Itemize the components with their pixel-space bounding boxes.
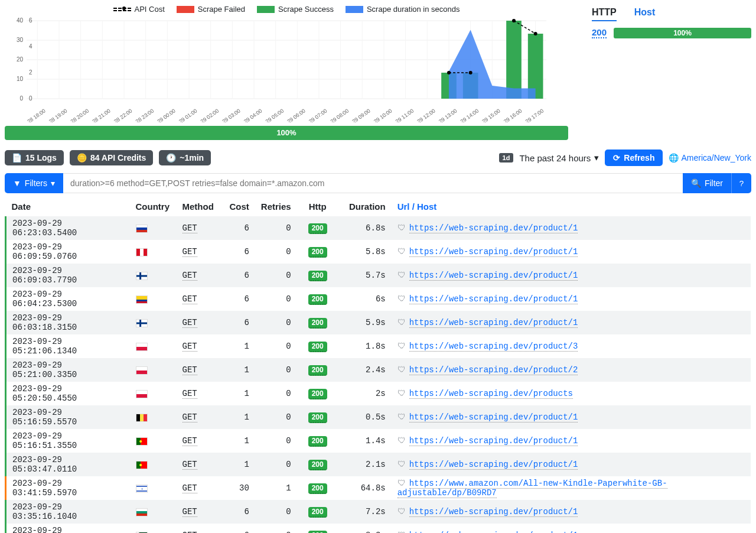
cell-date: 2023-09-29 05:20:50.4550 bbox=[6, 382, 130, 405]
cell-url: 🛡https://web-scraping.dev/product/1 bbox=[392, 524, 751, 533]
url-link[interactable]: https://web-scraping.dev/product/1 bbox=[409, 223, 578, 233]
header-url[interactable]: Url / Host bbox=[392, 197, 751, 216]
url-link[interactable]: https://web-scraping.dev/product/1 bbox=[409, 436, 578, 446]
svg-text:29 14:00: 29 14:00 bbox=[460, 108, 480, 122]
cell-http: 200 bbox=[297, 382, 338, 405]
table-row[interactable]: 2023-09-29 06:03:18.3150GET602005.9s🛡htt… bbox=[6, 311, 751, 334]
header-retries[interactable]: Retries bbox=[255, 197, 297, 216]
timezone-link[interactable]: 🌐America/New_York bbox=[669, 153, 751, 162]
coins-icon: 🪙 bbox=[77, 153, 87, 162]
table-row[interactable]: 2023-09-29 05:20:50.4550GET102002s🛡https… bbox=[6, 382, 751, 405]
svg-text:29 05:00: 29 05:00 bbox=[265, 108, 285, 122]
table-row[interactable]: 2023-09-29 03:35:16.1040GET602007.2s🛡htt… bbox=[6, 500, 751, 524]
status-percent-bar: 100% bbox=[614, 28, 751, 38]
table-row[interactable]: 2023-09-29 05:21:06.1340GET102001.8s🛡htt… bbox=[6, 334, 751, 358]
cell-country bbox=[130, 500, 177, 524]
shield-icon: 🛡 bbox=[397, 436, 406, 446]
cell-retries: 0 bbox=[255, 500, 297, 524]
cell-cost: 6 bbox=[220, 264, 255, 287]
url-link[interactable]: https://web-scraping.dev/product/1 bbox=[409, 460, 578, 470]
filter-button[interactable]: 🔍Filter bbox=[683, 173, 731, 193]
shield-icon: 🛡 bbox=[397, 531, 406, 533]
svg-text:28 20:00: 28 20:00 bbox=[70, 108, 90, 122]
header-cost[interactable]: Cost bbox=[220, 197, 255, 216]
cell-retries: 0 bbox=[255, 405, 297, 429]
url-link[interactable]: https://web-scraping.dev/product/1 bbox=[409, 294, 578, 304]
shield-icon: 🛡 bbox=[397, 389, 406, 398]
chart-legend: API Cost Scrape Failed Scrape Success Sc… bbox=[5, 5, 568, 14]
cell-date: 2023-09-29 06:03:18.3150 bbox=[6, 311, 130, 334]
cell-duration: 5.9s bbox=[338, 311, 392, 334]
cell-retries: 0 bbox=[255, 216, 297, 240]
status-code-200[interactable]: 200 bbox=[592, 27, 607, 38]
cell-url: 🛡https://web-scraping.dev/product/1 bbox=[392, 429, 751, 453]
cell-country bbox=[130, 334, 177, 358]
table-row[interactable]: 2023-09-29 05:16:51.3550GET102001.4s🛡htt… bbox=[6, 429, 751, 453]
svg-text:29 00:00: 29 00:00 bbox=[156, 108, 176, 122]
url-link[interactable]: https://web-scraping.dev/product/1 bbox=[409, 247, 578, 257]
cell-url: 🛡https://web-scraping.dev/products bbox=[392, 382, 751, 405]
cell-retries: 0 bbox=[255, 287, 297, 311]
url-link[interactable]: https://web-scraping.dev/product/2 bbox=[409, 365, 578, 375]
table-row[interactable]: 2023-09-29 06:09:59.0760GET602005.8s🛡htt… bbox=[6, 240, 751, 264]
svg-text:2: 2 bbox=[29, 69, 32, 76]
time-pill[interactable]: 🕐~1min bbox=[159, 150, 211, 165]
refresh-button[interactable]: ⟳Refresh bbox=[605, 150, 663, 166]
svg-text:6: 6 bbox=[29, 17, 32, 24]
table-row[interactable]: 2023-09-29 02:59:11.4490GET602008.3s🛡htt… bbox=[6, 524, 751, 533]
url-link[interactable]: https://web-scraping.dev/product/1 bbox=[409, 412, 578, 422]
svg-text:29 02:00: 29 02:00 bbox=[200, 108, 220, 122]
header-duration[interactable]: Duration bbox=[338, 197, 392, 216]
table-row[interactable]: 2023-09-29 06:09:03.7790GET602005.7s🛡htt… bbox=[6, 264, 751, 287]
cell-duration: 5.8s bbox=[338, 240, 392, 264]
cell-url: 🛡https://web-scraping.dev/product/1 bbox=[392, 216, 751, 240]
table-row[interactable]: 2023-09-29 05:03:47.0110GET102002.1s🛡htt… bbox=[6, 453, 751, 476]
filters-dropdown-button[interactable]: ▼Filters▾ bbox=[5, 173, 63, 193]
table-row[interactable]: 2023-09-29 05:21:00.3350GET102002.4s🛡htt… bbox=[6, 358, 751, 382]
url-link[interactable]: https://web-scraping.dev/product/1 bbox=[409, 507, 578, 517]
cell-retries: 0 bbox=[255, 453, 297, 476]
url-link[interactable]: https://web-scraping.dev/products bbox=[409, 389, 573, 399]
cell-date: 2023-09-29 05:21:06.1340 bbox=[6, 334, 130, 358]
tab-host[interactable]: Host bbox=[634, 7, 656, 21]
svg-rect-80 bbox=[136, 301, 147, 303]
url-link[interactable]: https://web-scraping.dev/product/1 bbox=[409, 531, 578, 533]
url-link[interactable]: https://web-scraping.dev/product/3 bbox=[409, 342, 578, 352]
legend-success: Scrape Success bbox=[278, 5, 334, 14]
cell-country bbox=[130, 287, 177, 311]
table-row[interactable]: 2023-09-29 03:41:59.5970✡GET30120064.8s🛡… bbox=[6, 476, 751, 500]
svg-rect-83 bbox=[136, 323, 147, 324]
svg-point-98 bbox=[139, 464, 142, 466]
controls-row: 📄15 Logs 🪙84 API Credits 🕐~1min 1d The p… bbox=[5, 150, 751, 166]
header-http[interactable]: Http bbox=[297, 197, 338, 216]
cell-method: GET bbox=[177, 429, 220, 453]
table-row[interactable]: 2023-09-29 06:23:03.5400GET602006.8s🛡htt… bbox=[6, 216, 751, 240]
url-link[interactable]: https://web-scraping.dev/product/1 bbox=[409, 318, 578, 328]
svg-rect-87 bbox=[136, 370, 147, 374]
table-row[interactable]: 2023-09-29 05:16:59.5570GET102000.5s🛡htt… bbox=[6, 405, 751, 429]
logs-pill[interactable]: 📄15 Logs bbox=[5, 150, 64, 165]
header-country[interactable]: Country bbox=[130, 197, 177, 216]
svg-rect-90 bbox=[136, 414, 140, 421]
tab-http[interactable]: HTTP bbox=[592, 7, 617, 21]
cell-method: GET bbox=[177, 287, 220, 311]
filter-input[interactable] bbox=[63, 173, 683, 193]
range-dropdown[interactable]: The past 24 hours▾ bbox=[519, 152, 599, 163]
svg-text:28 21:00: 28 21:00 bbox=[91, 108, 111, 122]
credits-pill[interactable]: 🪙84 API Credits bbox=[70, 150, 153, 165]
filter-help-button[interactable]: ? bbox=[731, 173, 751, 193]
shield-icon: 🛡 bbox=[397, 479, 406, 488]
header-method[interactable]: Method bbox=[177, 197, 220, 216]
table-row[interactable]: 2023-09-29 06:04:23.5300GET602006s🛡https… bbox=[6, 287, 751, 311]
cell-cost: 6 bbox=[220, 216, 255, 240]
url-link[interactable]: https://web-scraping.dev/product/1 bbox=[409, 271, 578, 281]
funnel-icon: ▼ bbox=[13, 178, 21, 188]
cell-date: 2023-09-29 06:09:59.0760 bbox=[6, 240, 130, 264]
svg-rect-89 bbox=[136, 394, 147, 398]
cell-method: GET bbox=[177, 334, 220, 358]
url-link[interactable]: https://www.amazon.com/All-new-Kindle-Pa… bbox=[397, 479, 667, 498]
cell-http: 200 bbox=[297, 524, 338, 533]
range-badge: 1d bbox=[499, 153, 514, 162]
cell-method: GET bbox=[177, 311, 220, 334]
header-date[interactable]: Date bbox=[6, 197, 130, 216]
